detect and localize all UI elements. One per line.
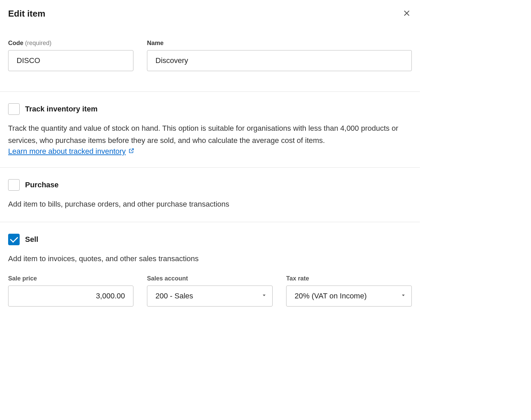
track-inventory-section: Track inventory item Track the quantity … xyxy=(8,92,412,167)
sale-price-group: Sale price xyxy=(8,275,133,307)
purchase-checkbox[interactable] xyxy=(8,179,20,191)
sales-account-group: Sales account 200 - Sales xyxy=(147,275,273,307)
dialog-title: Edit item xyxy=(8,8,45,19)
code-input[interactable] xyxy=(8,50,133,71)
name-input[interactable] xyxy=(147,50,412,71)
sell-section: Sell Add item to invoices, quotes, and o… xyxy=(8,222,412,318)
sell-check-row: Sell xyxy=(8,234,412,245)
tax-rate-group: Tax rate 20% (VAT on Income) xyxy=(286,275,412,307)
name-label: Name xyxy=(147,40,412,47)
purchase-description: Add item to bills, purchase orders, and … xyxy=(8,198,412,210)
track-inventory-label: Track inventory item xyxy=(25,105,98,113)
basic-fields-row: Code (required) Name xyxy=(8,40,412,71)
code-label: Code (required) xyxy=(8,40,133,47)
dialog-header: Edit item xyxy=(8,8,412,19)
track-inventory-description: Track the quantity and value of stock on… xyxy=(8,122,412,147)
track-check-row: Track inventory item xyxy=(8,103,412,115)
sales-account-label: Sales account xyxy=(147,275,273,282)
sale-price-input[interactable] xyxy=(8,286,133,307)
sale-price-label: Sale price xyxy=(8,275,133,282)
external-link-icon xyxy=(128,147,134,156)
sell-description: Add item to invoices, quotes, and other … xyxy=(8,253,412,265)
close-icon xyxy=(403,13,410,18)
tax-rate-label: Tax rate xyxy=(286,275,412,282)
edit-item-dialog: Edit item Code (required) Name Track inv… xyxy=(0,0,420,326)
purchase-check-row: Purchase xyxy=(8,179,412,191)
sell-fields-row: Sale price Sales account 200 - Sales Tax… xyxy=(8,275,412,307)
tax-rate-select[interactable]: 20% (VAT on Income) xyxy=(286,286,412,307)
sales-account-select[interactable]: 200 - Sales xyxy=(147,286,273,307)
learn-more-link[interactable]: Learn more about tracked inventory xyxy=(8,147,134,156)
track-inventory-checkbox[interactable] xyxy=(8,103,20,115)
purchase-section: Purchase Add item to bills, purchase ord… xyxy=(8,168,412,222)
name-field-group: Name xyxy=(147,40,412,71)
learn-more-text: Learn more about tracked inventory xyxy=(8,147,126,156)
sell-checkbox[interactable] xyxy=(8,234,20,245)
purchase-label: Purchase xyxy=(25,181,59,189)
code-field-group: Code (required) xyxy=(8,40,133,71)
sell-label: Sell xyxy=(25,235,38,244)
close-button[interactable] xyxy=(402,8,412,19)
